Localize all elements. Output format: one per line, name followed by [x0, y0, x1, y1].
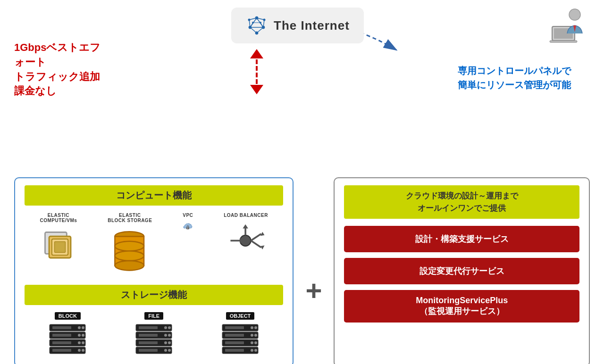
svg-point-88 — [251, 341, 253, 344]
svg-point-86 — [254, 334, 257, 337]
service-1-label: 設計・構築支援サービス — [415, 234, 509, 244]
ec-icon — [40, 227, 77, 264]
service-3-label: MonitoringServicePlus（監視運用サービス） — [350, 296, 574, 317]
content-row: コンピュート機能 ELASTICCOMPUTE/VMs ELASTICBLOCK… — [14, 177, 590, 364]
object-label: OBJECT — [226, 312, 255, 320]
svg-rect-84 — [225, 326, 244, 329]
block-icon — [49, 323, 86, 356]
svg-point-72 — [164, 341, 167, 344]
right-label-line2: 簡単にリソース管理が可能 — [458, 78, 590, 92]
svg-rect-68 — [139, 326, 158, 329]
ec-label: ELASTICCOMPUTE/VMs — [40, 213, 77, 223]
svg-rect-52 — [52, 326, 71, 329]
svg-point-85 — [251, 334, 253, 337]
compute-item-lb: LOAD BALANCER — [224, 213, 268, 275]
svg-point-50 — [78, 326, 81, 329]
file-icon — [135, 323, 173, 356]
compute-item-ec: ELASTICCOMPUTE/VMs — [40, 213, 77, 275]
person-icon — [547, 8, 585, 52]
right-label-line1: 専用コントロールパネルで — [458, 64, 590, 78]
internet-icon — [245, 13, 268, 38]
svg-line-42 — [251, 240, 261, 247]
svg-point-92 — [254, 349, 257, 352]
svg-point-89 — [254, 341, 257, 344]
plus-sign: + — [303, 215, 324, 364]
svg-line-11 — [250, 27, 257, 33]
svg-rect-36 — [188, 228, 188, 229]
svg-rect-22 — [550, 41, 577, 42]
block-label: BLOCK — [55, 312, 81, 320]
ebs-icon — [108, 227, 152, 275]
right-panel: クラウド環境の設計～運用までオールインワンでご提供 設計・構築支援サービス 設定… — [334, 177, 590, 364]
storage-item-block: BLOCK — [49, 312, 86, 356]
svg-rect-77 — [139, 349, 158, 352]
compute-header: コンピュート機能 — [25, 185, 283, 206]
svg-point-32 — [115, 241, 144, 251]
svg-point-57 — [82, 341, 84, 344]
ebs-label: ELASTICBLOCK STORAGE — [108, 213, 152, 223]
svg-rect-93 — [225, 349, 244, 352]
svg-rect-55 — [52, 334, 71, 337]
svg-point-56 — [78, 341, 81, 344]
vpc-label: VPC — [183, 213, 193, 218]
svg-point-76 — [168, 349, 171, 352]
svg-rect-87 — [225, 334, 244, 337]
lb-icon — [224, 222, 268, 259]
svg-line-40 — [251, 234, 261, 240]
arrows-container — [250, 49, 263, 94]
cloud-header-text: クラウド環境の設計～運用までオールインワンでご提供 — [406, 191, 518, 213]
service-2-label: 設定変更代行サービス — [419, 266, 504, 276]
object-icon — [221, 323, 259, 356]
svg-line-12 — [257, 27, 263, 33]
svg-point-66 — [164, 326, 167, 329]
dashed-lines — [256, 59, 258, 84]
up-arrow — [250, 49, 263, 58]
svg-point-83 — [254, 326, 257, 329]
svg-rect-71 — [139, 334, 158, 337]
service-btn-3: MonitoringServicePlus（監視運用サービス） — [344, 290, 579, 323]
right-top-area: 専用コントロールパネルで 簡単にリソース管理が可能 — [458, 8, 590, 92]
main-container: 1Gbpsベストエフォート トラフィック追加課金なし — [14, 8, 590, 356]
internet-box: The Internet — [231, 8, 364, 43]
storage-item-object: OBJECT — [221, 312, 259, 356]
left-label: 1Gbpsベストエフォート トラフィック追加課金なし — [14, 41, 109, 99]
svg-point-69 — [164, 334, 167, 337]
service-btn-1: 設計・構築支援サービス — [344, 226, 579, 252]
svg-point-91 — [251, 349, 253, 352]
svg-point-60 — [82, 349, 84, 352]
compute-grid: ELASTICCOMPUTE/VMs ELASTICBLOCK STORAGE — [25, 213, 283, 275]
svg-point-53 — [78, 334, 81, 337]
svg-point-70 — [168, 334, 171, 337]
compute-item-vpc: VPC — [183, 213, 193, 275]
left-label-line2: トラフィック追加課金なし — [14, 70, 109, 99]
svg-rect-28 — [55, 242, 66, 253]
svg-point-54 — [82, 334, 84, 337]
svg-point-82 — [251, 326, 253, 329]
internet-label: The Internet — [274, 18, 350, 33]
lb-label: LOAD BALANCER — [224, 213, 268, 218]
svg-point-59 — [78, 349, 81, 352]
svg-rect-58 — [52, 341, 71, 344]
file-label: FILE — [144, 312, 163, 320]
cloud-header: クラウド環境の設計～運用までオールインワンでご提供 — [344, 185, 579, 219]
service-btn-2: 設定変更代行サービス — [344, 258, 579, 284]
svg-point-67 — [168, 326, 171, 329]
svg-rect-90 — [225, 341, 244, 344]
top-section: 1Gbpsベストエフォート トラフィック追加課金なし — [14, 8, 590, 88]
compute-item-ebs: ELASTICBLOCK STORAGE — [108, 213, 152, 275]
storage-item-file: FILE — [135, 312, 173, 356]
svg-rect-61 — [52, 349, 71, 352]
svg-point-23 — [569, 9, 580, 20]
svg-point-33 — [115, 251, 144, 261]
storage-header: ストレージ機能 — [25, 285, 283, 305]
svg-point-31 — [115, 261, 144, 271]
right-label: 専用コントロールパネルで 簡単にリソース管理が可能 — [458, 64, 590, 92]
vpc-icon — [183, 222, 193, 231]
storage-grid: BLOCK — [25, 312, 283, 356]
svg-point-73 — [168, 341, 171, 344]
svg-marker-39 — [243, 224, 249, 229]
svg-rect-74 — [139, 341, 158, 344]
down-arrow — [250, 85, 263, 94]
svg-point-51 — [82, 326, 84, 329]
left-label-line1: 1Gbpsベストエフォート — [14, 41, 109, 70]
